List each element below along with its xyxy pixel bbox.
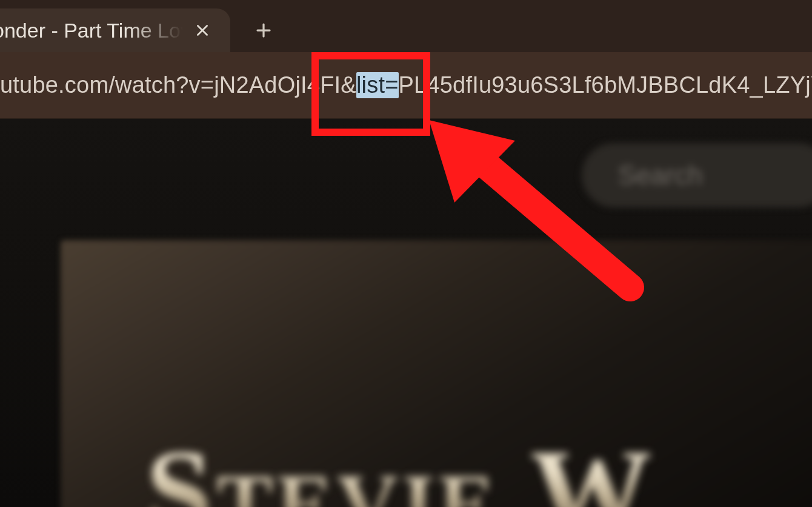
url-before-selection: utube.com/watch?v=jN2AdOjI4FI&	[0, 72, 356, 98]
search-field[interactable]: Search	[582, 143, 812, 207]
tab-strip: onder - Part Time Lov	[0, 0, 812, 52]
toolbar: utube.com/watch?v=jN2AdOjI4FI&list=PL45d…	[0, 52, 812, 119]
close-tab-button[interactable]	[190, 18, 215, 42]
browser-tab[interactable]: onder - Part Time Lov	[0, 8, 230, 52]
address-bar[interactable]: utube.com/watch?v=jN2AdOjI4FI&list=PL45d…	[0, 52, 812, 118]
tab-title: onder - Part Time Lov	[0, 19, 187, 42]
page-content: Search Stevie W	[0, 119, 812, 507]
url-after-selection: PL45dfIu93u6S3Lf6bMJBBCLdK4_LZYjY	[399, 72, 812, 98]
video-title-overlay: Stevie W	[145, 422, 655, 507]
close-icon	[195, 22, 210, 38]
new-tab-button[interactable]	[247, 14, 280, 47]
search-placeholder: Search	[618, 160, 702, 190]
plus-icon	[255, 21, 273, 39]
url-selected-text: list=	[356, 72, 399, 98]
